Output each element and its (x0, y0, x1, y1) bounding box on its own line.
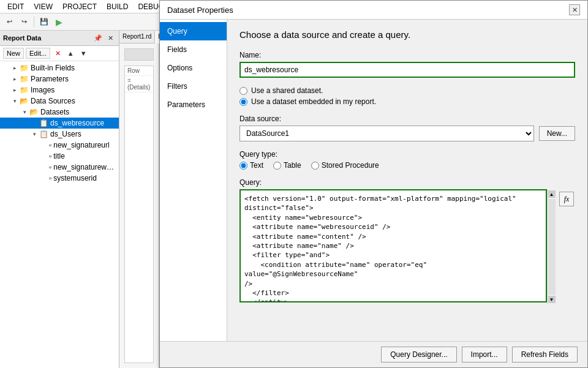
data-sources-label: Data Sources (31, 97, 75, 105)
scroll-track (548, 199, 556, 295)
name-label: Name: (239, 51, 575, 59)
editor-panel: Report1.rd Design Row =(Details) (119, 31, 159, 368)
report-data-toolbar: New Edit... ✕ ▲ ▼ (0, 46, 119, 61)
nav-query[interactable]: Query (160, 22, 227, 40)
qtype-sp-input[interactable] (311, 162, 319, 170)
save-button[interactable]: 💾 (37, 15, 51, 29)
query-textarea-container: ▲ ▼ <fetch version="1.0" output-format="… (239, 189, 556, 304)
new-datasource-button[interactable]: New... (539, 126, 575, 141)
qtype-table[interactable]: Table (273, 161, 301, 170)
qtype-text[interactable]: Text (239, 161, 263, 170)
qtype-table-label: Table (284, 161, 301, 170)
modal-nav: Query Fields Options Filters Parameters (160, 20, 227, 341)
folder-icon: 📁 (20, 86, 29, 94)
delete-button[interactable]: ✕ (52, 48, 63, 59)
close-panel-button[interactable]: ✕ (105, 32, 116, 43)
expand-datasources-icon: ▾ (10, 98, 20, 104)
main-container: Report Data 📌 ✕ New Edit... ✕ ▲ ▼ ▸ 📁 Bu… (0, 31, 588, 368)
editor-tab-bar: Report1.rd Design (119, 31, 159, 43)
query-textarea[interactable]: <fetch version="1.0" output-format="xml-… (239, 189, 547, 302)
query-scrollbar[interactable]: ▲ ▼ (547, 189, 556, 304)
qtype-sp[interactable]: Stored Procedure (311, 161, 379, 170)
nav-parameters[interactable]: Parameters (160, 96, 227, 114)
tree-data-sources[interactable]: ▾ 📂 Data Sources (0, 96, 119, 107)
radio-embedded-input[interactable] (239, 98, 247, 106)
canvas-row-1: Row (125, 66, 153, 76)
modal-heading: Choose a data source and create a query. (239, 29, 575, 40)
run-button[interactable]: ▶ (52, 15, 66, 29)
folder-icon: 📁 (20, 64, 29, 72)
name-input[interactable] (239, 62, 575, 78)
report-data-header: Report Data 📌 ✕ (0, 31, 119, 46)
refresh-fields-button[interactable]: Refresh Fields (512, 347, 578, 362)
new-button[interactable]: New (3, 48, 24, 59)
query-label: Query: (239, 178, 575, 187)
field-signatureurl-label: new_signatureurl (53, 141, 109, 149)
folder-open-icon: 📂 (29, 108, 39, 116)
nav-options[interactable]: Options (160, 59, 227, 77)
scroll-up-btn[interactable]: ▲ (548, 190, 556, 198)
field-icon: ▫ (49, 152, 51, 160)
tree-datasets[interactable]: ▾ 📂 Datasets (0, 107, 119, 118)
tree-field-signatureurl[interactable]: ▫ new_signatureurl (0, 140, 119, 151)
qtype-table-input[interactable] (273, 162, 281, 170)
tree-field-systemuserid[interactable]: ▫ systemuserid (0, 173, 119, 184)
pin-button[interactable]: 📌 (92, 32, 104, 43)
expand-ds-users-icon: ▾ (29, 131, 39, 137)
canvas: Row =(Details) (124, 66, 154, 363)
query-sidebar: fx (558, 189, 575, 304)
name-group: Name: (239, 51, 575, 78)
nav-fields[interactable]: Fields (160, 40, 227, 59)
field-icon: ▫ (49, 163, 51, 171)
expand-images-icon: ▸ (10, 87, 20, 93)
menu-build[interactable]: BUILD (102, 1, 133, 12)
fx-button[interactable]: fx (559, 192, 574, 206)
scroll-down-btn[interactable]: ▼ (548, 296, 556, 303)
modal-title: Dataset Properties (167, 6, 233, 15)
tab-report1[interactable]: Report1.rd (119, 31, 155, 43)
radio-embedded-label: Use a dataset embedded in my report. (251, 97, 376, 106)
undo-button[interactable]: ↩ (2, 15, 16, 29)
parameters-label: Parameters (31, 75, 69, 83)
tree-field-title[interactable]: ▫ title (0, 151, 119, 162)
menu-view[interactable]: VIEW (29, 1, 58, 12)
radio-shared-input[interactable] (239, 87, 247, 95)
tree-builtin-fields[interactable]: ▸ 📁 Built-in Fields (0, 62, 119, 73)
qtype-text-input[interactable] (239, 162, 247, 170)
ruler (124, 48, 154, 61)
tree-parameters[interactable]: ▸ 📁 Parameters (0, 73, 119, 84)
tree-field-signaturewebres[interactable]: ▫ new_signaturewebresc... (0, 162, 119, 173)
builtin-fields-label: Built-in Fields (31, 64, 75, 72)
tree-ds-users[interactable]: ▾ 📋 ds_Users (0, 129, 119, 140)
expand-params-icon: ▸ (10, 76, 20, 82)
folder-icon: 📁 (20, 75, 29, 83)
qtype-sp-label: Stored Procedure (322, 161, 379, 170)
nav-filters[interactable]: Filters (160, 77, 227, 96)
query-type-row: Text Table Stored Procedure (239, 161, 575, 170)
datasource-select[interactable]: DataSource1 (239, 126, 534, 141)
modal-content: Choose a data source and create a query.… (227, 20, 587, 341)
move-up-button[interactable]: ▲ (65, 48, 76, 59)
modal-body: Query Fields Options Filters Parameters … (160, 20, 587, 341)
query-section: Query: ▲ ▼ <fetch version="1.0" output-f… (239, 178, 575, 331)
query-designer-button[interactable]: Query Designer... (381, 347, 456, 362)
field-systemuserid-label: systemuserid (53, 174, 97, 182)
import-button[interactable]: Import... (462, 347, 507, 362)
menu-project[interactable]: PROJECT (58, 1, 102, 12)
query-type-label: Query type: (239, 150, 575, 159)
redo-button[interactable]: ↪ (17, 15, 31, 29)
menu-edit[interactable]: EDIT (2, 1, 29, 12)
edit-button[interactable]: Edit... (26, 48, 50, 59)
canvas-row-2: =(Details) (125, 76, 153, 92)
datasource-label: Data source: (239, 115, 575, 123)
tree-images[interactable]: ▸ 📁 Images (0, 84, 119, 96)
radio-shared[interactable]: Use a shared dataset. (239, 86, 575, 95)
datasets-label: Datasets (40, 108, 69, 116)
tree-view: ▸ 📁 Built-in Fields ▸ 📁 Parameters ▸ 📁 I… (0, 61, 119, 368)
radio-embedded[interactable]: Use a dataset embedded in my report. (239, 97, 575, 106)
modal-titlebar: Dataset Properties ✕ (160, 1, 587, 20)
move-down-button[interactable]: ▼ (78, 48, 89, 59)
radio-shared-label: Use a shared dataset. (251, 86, 323, 95)
tree-ds-webresource[interactable]: 📋 ds_webresource (0, 118, 119, 129)
modal-close-button[interactable]: ✕ (569, 4, 580, 15)
